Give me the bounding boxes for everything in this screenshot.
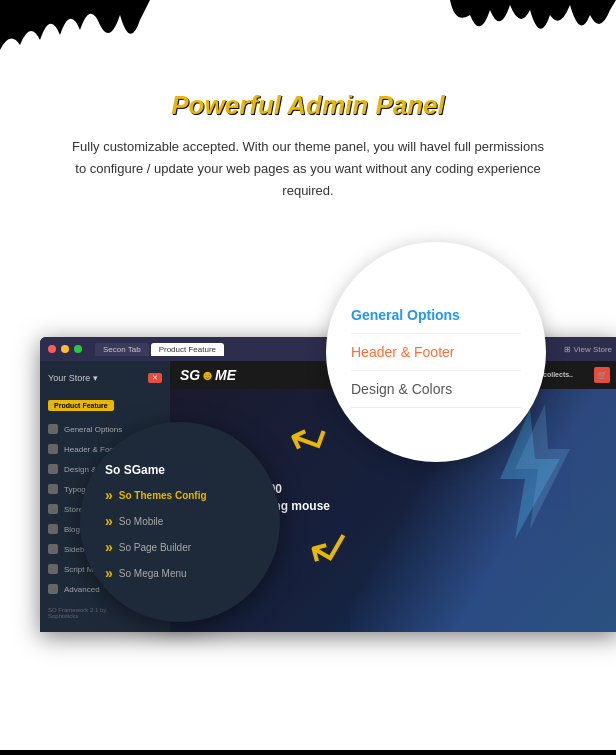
- mobile-label: So Mobile: [119, 516, 163, 527]
- sidebar-label-blog: Blog: [64, 525, 80, 534]
- sliders-icon: [48, 584, 58, 594]
- mockup-area: General Options Header & Footer Design &…: [40, 232, 576, 632]
- mobile-bullet: »: [105, 513, 113, 529]
- pagebuilder-bullet: »: [105, 539, 113, 555]
- store-label: Your Store ▾: [48, 373, 98, 383]
- options-circle-popup: General Options Header & Footer Design &…: [326, 242, 546, 462]
- site-logo: SG☻ME: [180, 367, 236, 383]
- dark-menu-megamenu[interactable]: » So Mega Menu: [105, 560, 255, 586]
- sidebar-label-general: General Options: [64, 425, 122, 434]
- megamenu-bullet: »: [105, 565, 113, 581]
- tab-secon[interactable]: Secon Tab: [95, 343, 149, 356]
- store-badge: ✕: [148, 373, 162, 383]
- popup-menu-item-header[interactable]: Header & Footer: [351, 334, 521, 371]
- cart-icon[interactable]: 🛒: [594, 367, 610, 383]
- dot-close: [48, 345, 56, 353]
- share-icon: [48, 544, 58, 554]
- dark-menu-mobile[interactable]: » So Mobile: [105, 508, 255, 534]
- megamenu-label: So Mega Menu: [119, 568, 187, 579]
- sidebar-label-advanced: Advanced: [64, 585, 100, 594]
- dot-maximize: [74, 345, 82, 353]
- edit-icon: [48, 524, 58, 534]
- themes-circle-popup: So SGame » So Themes Config » So Mobile …: [80, 422, 280, 622]
- code-icon: [48, 564, 58, 574]
- popup-menu-item-design[interactable]: Design & Colors: [351, 371, 521, 408]
- dark-menu-pagebuilder[interactable]: » So Page Builder: [105, 534, 255, 560]
- product-feature-badge: Product Feature: [48, 400, 114, 411]
- palette-icon: [48, 464, 58, 474]
- page-title: Powerful Admin Panel: [40, 90, 576, 121]
- sogame-label: So SGame: [105, 463, 165, 477]
- themes-label: So Themes Config: [119, 490, 207, 501]
- tab-product[interactable]: Product Feature: [151, 343, 224, 356]
- view-store-label: ⊞ View Store: [564, 345, 612, 354]
- store-header: Your Store ▾ ✕: [40, 369, 170, 387]
- layout-icon: [48, 444, 58, 454]
- pagebuilder-label: So Page Builder: [119, 542, 191, 553]
- page-subtitle: Fully customizable accepted. With our th…: [68, 136, 548, 202]
- dot-minimize: [61, 345, 69, 353]
- grid-icon: [48, 424, 58, 434]
- dark-menu-themes[interactable]: » So Themes Config: [105, 482, 255, 508]
- popup-menu-item-general[interactable]: General Options: [351, 297, 521, 334]
- logo-icon: ☻: [200, 367, 215, 383]
- browser-tabs: Secon Tab Product Feature: [95, 343, 224, 356]
- dark-menu-sogame[interactable]: So SGame: [105, 458, 255, 482]
- themes-bullet: »: [105, 487, 113, 503]
- bag-icon: [48, 504, 58, 514]
- font-icon: [48, 484, 58, 494]
